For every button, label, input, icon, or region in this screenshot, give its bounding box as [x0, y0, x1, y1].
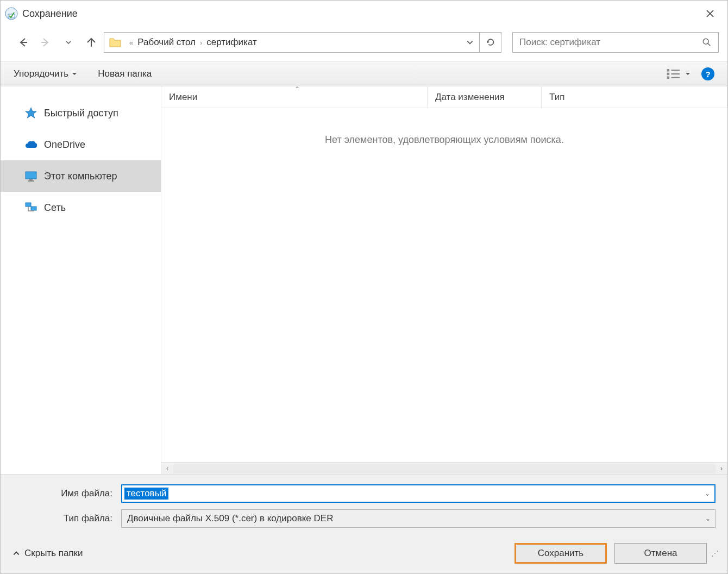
breadcrumb-parent[interactable]: Рабочий стол	[137, 37, 196, 48]
resize-grip-icon[interactable]: ⋰	[707, 549, 716, 558]
svg-rect-9	[26, 172, 36, 179]
navbar: « Рабочий стол › сертификат	[1, 27, 727, 61]
svg-rect-6	[671, 70, 680, 71]
content-area: Быстрый доступ OneDrive Этот компьютер С…	[1, 86, 727, 474]
filename-input[interactable]: тестовый ⌄	[121, 484, 716, 503]
new-folder-label: Новая папка	[98, 68, 152, 79]
network-label: Сеть	[44, 202, 66, 214]
horizontal-scrollbar[interactable]: ‹ ›	[161, 462, 727, 474]
breadcrumb-current[interactable]: сертификат	[206, 37, 256, 48]
sort-indicator-icon: ⌃	[294, 86, 300, 93]
scroll-left-icon[interactable]: ‹	[161, 463, 173, 475]
recent-dropdown[interactable]	[61, 35, 76, 49]
forward-button[interactable]	[39, 35, 53, 49]
star-icon	[24, 107, 37, 120]
refresh-button[interactable]	[479, 33, 501, 52]
filename-value: тестовый	[124, 488, 168, 500]
bottom-panel: Имя файла: тестовый ⌄ Тип файла: Двоичны…	[1, 474, 727, 573]
breadcrumb-dropdown[interactable]	[461, 39, 479, 46]
file-list-area: ⌃ Имени Дата изменения Тип Нет элементов…	[161, 86, 727, 474]
chevron-right-icon: ›	[200, 39, 202, 47]
column-date[interactable]: Дата изменения	[428, 86, 542, 108]
filetype-value: Двоичные файлы X.509 (*.cer) в кодировке…	[127, 513, 333, 524]
back-button[interactable]	[16, 35, 30, 49]
filetype-select[interactable]: Двоичные файлы X.509 (*.cer) в кодировке…	[121, 509, 716, 528]
chevron-up-icon	[12, 550, 20, 557]
scroll-right-icon[interactable]: ›	[716, 463, 727, 475]
filename-dropdown-icon[interactable]: ⌄	[705, 490, 710, 497]
filetype-dropdown-icon[interactable]: ⌄	[705, 515, 711, 522]
column-type[interactable]: Тип	[542, 86, 727, 108]
search-icon	[702, 38, 712, 47]
search-box[interactable]	[512, 32, 719, 53]
this-pc-label: Этот компьютер	[44, 171, 117, 182]
filename-label: Имя файла:	[12, 488, 121, 499]
new-folder-button[interactable]: Новая папка	[98, 68, 152, 79]
svg-rect-3	[667, 69, 670, 72]
filetype-label: Тип файла:	[12, 513, 121, 524]
sidebar: Быстрый доступ OneDrive Этот компьютер С…	[1, 86, 161, 474]
organize-menu[interactable]: Упорядочить	[14, 68, 77, 79]
sidebar-item-network[interactable]: Сеть	[1, 192, 161, 223]
help-button[interactable]: ?	[701, 67, 714, 80]
svg-rect-11	[28, 180, 34, 182]
svg-rect-5	[667, 77, 670, 79]
scroll-track[interactable]	[173, 464, 716, 473]
sidebar-item-onedrive[interactable]: OneDrive	[1, 129, 161, 160]
titlebar: Сохранение	[1, 1, 727, 27]
save-button[interactable]: Сохранить	[514, 543, 607, 564]
toolbar: Упорядочить Новая папка ?	[1, 61, 727, 86]
save-dialog: Сохранение « Рабочий стол	[0, 0, 728, 574]
svg-rect-10	[29, 179, 33, 180]
close-button[interactable]	[697, 1, 723, 27]
hide-folders-toggle[interactable]: Скрыть папки	[12, 548, 83, 559]
cloud-icon	[24, 138, 37, 151]
onedrive-label: OneDrive	[44, 139, 85, 151]
breadcrumb[interactable]: « Рабочий стол › сертификат	[104, 32, 501, 53]
window-title: Сохранение	[22, 8, 697, 20]
quick-access-label: Быстрый доступ	[44, 108, 118, 119]
hide-folders-label: Скрыть папки	[24, 548, 83, 559]
empty-message: Нет элементов, удовлетворяющих условиям …	[325, 134, 564, 146]
cancel-button[interactable]: Отмена	[614, 543, 707, 564]
monitor-icon	[24, 170, 37, 183]
view-icon	[667, 69, 681, 79]
view-options[interactable]	[667, 69, 691, 79]
folder-icon	[109, 36, 122, 49]
grid-header: ⌃ Имени Дата изменения Тип	[161, 86, 727, 108]
svg-rect-7	[671, 73, 680, 74]
organize-label: Упорядочить	[14, 68, 68, 79]
svg-point-2	[703, 39, 708, 44]
sidebar-item-quick-access[interactable]: Быстрый доступ	[1, 97, 161, 129]
search-input[interactable]	[519, 37, 702, 48]
svg-rect-13	[31, 207, 36, 210]
sidebar-item-this-pc[interactable]: Этот компьютер	[1, 160, 161, 192]
app-icon	[5, 7, 18, 20]
svg-rect-12	[26, 203, 31, 207]
breadcrumb-sep-icon: «	[129, 39, 133, 47]
up-button[interactable]	[84, 35, 98, 49]
file-grid-body: Нет элементов, удовлетворяющих условиям …	[161, 108, 727, 462]
network-icon	[24, 201, 37, 214]
svg-rect-8	[671, 77, 680, 78]
svg-rect-4	[667, 73, 670, 76]
